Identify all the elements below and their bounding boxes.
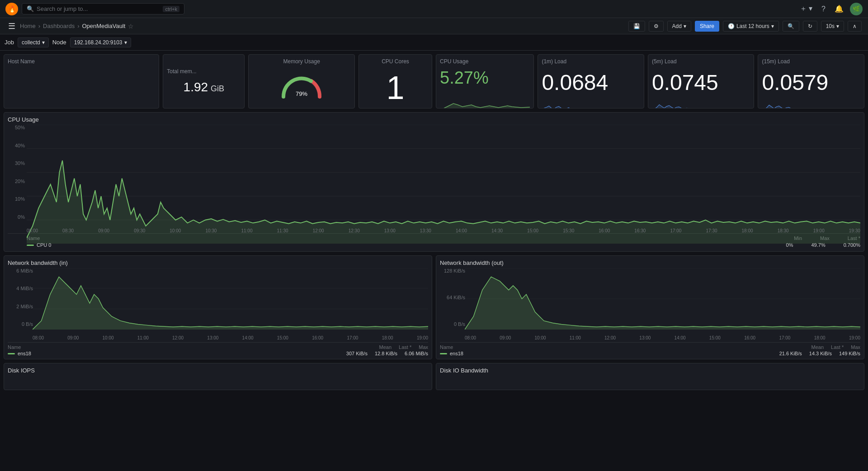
job-filter-label: Job	[5, 39, 14, 46]
network-in-legend-row: ens18 307 KiB/s 12.8 KiB/s 6.06 MiB/s	[8, 351, 428, 356]
favorite-star[interactable]: ☆	[128, 23, 134, 30]
network-out-last: 14.3 KiB/s	[809, 351, 832, 356]
svg-marker-16	[465, 277, 860, 330]
panel-cpu-cores: CPU Cores 1	[359, 54, 432, 108]
help-button[interactable]: ?	[819, 3, 828, 15]
dashboard: Host Name Total mem... 1.92 GiB Memory U…	[0, 51, 868, 394]
breadcrumb-sep2: ›	[77, 23, 79, 29]
hamburger-button[interactable]: ☰	[6, 19, 17, 33]
share-button[interactable]: Share	[695, 21, 719, 32]
network-out-chart-area: 128 KiB/s 64 KiB/s 0 B/s 08:0009:0010:00…	[440, 268, 860, 340]
settings-button[interactable]: ⚙	[649, 21, 664, 32]
network-in-x-axis: 08:0009:0010:0011:0012:0013:0014:0015:00…	[33, 335, 428, 340]
refresh-rate-button[interactable]: 10s ▾	[821, 21, 844, 32]
network-in-svg	[33, 268, 428, 330]
breadcrumb-dashboards[interactable]: Dashboards	[43, 23, 75, 29]
load-5m-value: 0.0745	[652, 70, 750, 95]
disk-iops-panel: Disk IOPS	[4, 363, 432, 390]
filter-bar: Job collectd ▾ Node 192.168.24.20:9103 ▾	[0, 34, 868, 51]
network-out-mean-header: Mean	[811, 344, 824, 350]
panel-cpu-usage: CPU Usage 5.27%	[436, 54, 534, 108]
network-out-svg	[465, 268, 860, 330]
network-out-max: 149 KiB/s	[839, 351, 860, 356]
cpu-cores-title: CPU Cores	[382, 58, 409, 65]
network-in-title: Network bandwidth (in)	[8, 259, 428, 266]
network-in-legend: Name Mean Last * Max	[8, 342, 428, 350]
collapse-button[interactable]: ∧	[848, 21, 862, 32]
node-filter-value: 192.168.24.20:9103	[74, 39, 123, 46]
zoom-out-button[interactable]: 🔍	[783, 21, 799, 32]
memory-gauge-svg: 79%	[279, 70, 324, 101]
cpu-usage-chart-area: 50% 40% 30% 20% 10% 0%	[8, 125, 860, 233]
search-shortcut: ctrl+k	[163, 6, 179, 12]
top-nav: 🔥 🔍 Search or jump to... ctrl+k ＋ ▾ ? 🔔 …	[0, 0, 868, 18]
network-in-last-header: Last *	[399, 344, 411, 350]
network-out-panel: Network bandwidth (out) 128 KiB/s 64 KiB…	[436, 255, 864, 359]
cpu-chart-y-axis: 50% 40% 30% 20% 10% 0%	[8, 125, 27, 220]
job-filter-chevron: ▾	[42, 39, 45, 46]
breadcrumb-right: 💾 ⚙ Add ▾ Share 🕐 Last 12 hours ▾ 🔍 ↻ 10…	[628, 21, 862, 32]
time-range-picker[interactable]: 🕐 Last 12 hours ▾	[723, 21, 779, 32]
network-out-max-header: Max	[851, 344, 860, 350]
panel-memory-usage: Memory Usage 79%	[248, 54, 355, 108]
cpu-usage-sparkline	[440, 88, 530, 108]
network-in-chart-area: 6 MiB/s 4 MiB/s 2 MiB/s 0 B/s	[8, 268, 428, 340]
search-icon: 🔍	[27, 5, 34, 12]
panel-load-1m: (1m) Load 0.0684	[538, 54, 644, 108]
network-out-legend-color	[440, 353, 447, 354]
network-in-series-name: ens18	[18, 351, 31, 356]
total-mem-title: Total mem...	[167, 68, 241, 75]
add-panel-button[interactable]: Add ▾	[667, 21, 691, 32]
load-15m-value: 0.0579	[762, 70, 860, 95]
plus-button[interactable]: ＋ ▾	[797, 2, 815, 15]
cpu-chart-svg	[27, 125, 860, 244]
network-in-legend-name-header: Name	[8, 344, 21, 350]
job-filter-value: collectd	[22, 39, 40, 46]
disk-bandwidth-title: Disk IO Bandwidth	[440, 367, 860, 374]
time-range-chevron: ▾	[771, 23, 774, 29]
clock-icon: 🕐	[728, 23, 735, 29]
cpu-cores-value: 1	[386, 71, 404, 104]
load-5m-title: (5m) Load	[652, 58, 750, 65]
node-filter-label: Node	[52, 39, 66, 46]
network-in-panel: Network bandwidth (in) 6 MiB/s 4 MiB/s 2…	[4, 255, 432, 359]
load-5m-sparkline	[652, 95, 750, 108]
node-filter-select[interactable]: 192.168.24.20:9103 ▾	[70, 38, 131, 47]
bottom-row: Disk IOPS Disk IO Bandwidth	[4, 363, 864, 390]
breadcrumb-current: OpenMediaVault	[82, 23, 125, 29]
panel-total-mem: Total mem... 1.92 GiB	[163, 54, 245, 108]
disk-iops-title: Disk IOPS	[8, 367, 428, 374]
load-1m-title: (1m) Load	[542, 58, 640, 65]
search-placeholder: Search or jump to...	[37, 5, 88, 12]
svg-marker-12	[33, 277, 428, 330]
total-mem-unit: GiB	[211, 84, 224, 94]
network-row: Network bandwidth (in) 6 MiB/s 4 MiB/s 2…	[4, 255, 864, 359]
network-out-last-header: Last *	[831, 344, 844, 350]
network-out-legend: Name Mean Last * Max	[440, 342, 860, 350]
job-filter-select[interactable]: collectd ▾	[18, 38, 49, 47]
bell-button[interactable]: 🔔	[832, 3, 846, 15]
load-1m-sparkline	[542, 95, 640, 108]
breadcrumb-bar: ☰ Home › Dashboards › OpenMediaVault ☆ 💾…	[0, 18, 868, 34]
user-avatar[interactable]: 🌿	[850, 3, 863, 15]
panel-load-5m: (5m) Load 0.0745	[648, 54, 755, 108]
search-bar[interactable]: 🔍 Search or jump to... ctrl+k	[22, 3, 184, 14]
breadcrumb-home[interactable]: Home	[20, 23, 36, 29]
gauge-wrap: 79%	[279, 66, 324, 104]
time-range-label: Last 12 hours	[736, 23, 769, 29]
panel-hostname: Host Name	[4, 54, 159, 108]
network-in-last: 12.8 KiB/s	[375, 351, 397, 356]
refresh-button[interactable]: ↻	[803, 21, 817, 32]
nav-right: ＋ ▾ ? 🔔 🌿	[797, 2, 863, 15]
network-out-title: Network bandwidth (out)	[440, 259, 860, 266]
cpu-chart-x-axis: 08:0008:3009:0009:3010:0010:3011:0011:30…	[27, 228, 860, 233]
network-out-legend-name-header: Name	[440, 344, 453, 350]
network-out-x-axis: 08:0009:0010:0011:0012:0013:0014:0015:00…	[465, 335, 860, 340]
cpu-usage-chart-panel: CPU Usage 50% 40% 30% 20% 10% 0%	[4, 112, 864, 252]
save-dashboard-button[interactable]: 💾	[628, 21, 645, 32]
stat-row: Host Name Total mem... 1.92 GiB Memory U…	[4, 54, 864, 108]
node-filter-chevron: ▾	[124, 39, 127, 46]
breadcrumb-sep1: ›	[38, 23, 40, 29]
network-in-y-axis: 6 MiB/s 4 MiB/s 2 MiB/s 0 B/s	[8, 268, 35, 327]
load-15m-sparkline	[762, 95, 860, 108]
